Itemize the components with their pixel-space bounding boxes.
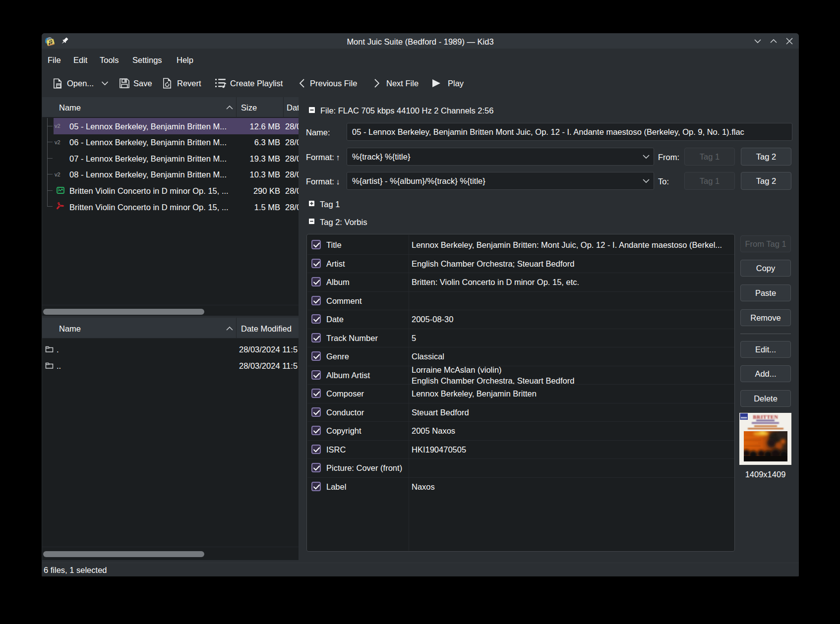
svg-text:BRITTEN: BRITTEN <box>753 414 779 420</box>
